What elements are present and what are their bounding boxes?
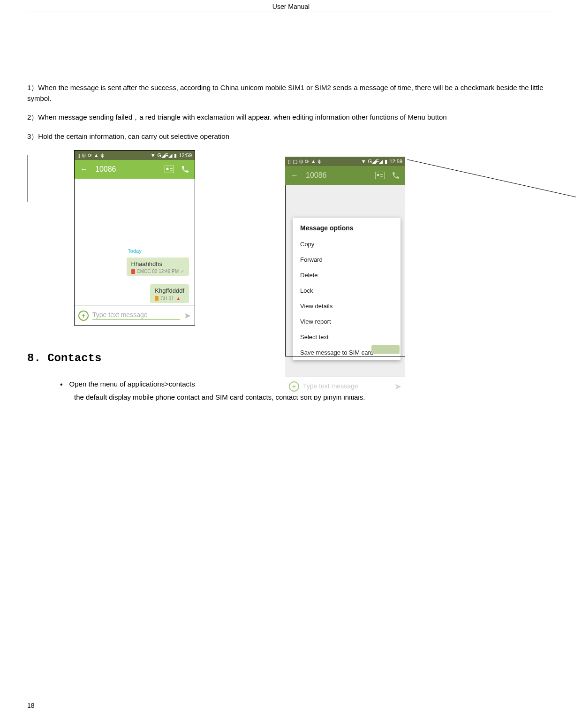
- option-view-details[interactable]: View details: [293, 298, 401, 314]
- paragraph-3: 3）Hold the certain information, can carr…: [27, 131, 555, 142]
- dialog-title: Message options: [293, 218, 401, 236]
- option-forward[interactable]: Forward: [293, 252, 401, 267]
- screenshots-row: ▯ ψ ⟳ ▲ ψ ▼ G◢E◢ ▮ 12:59 ← 10086: [27, 150, 555, 342]
- call-icon: [391, 171, 401, 180]
- message-thread[interactable]: Today Hhaahhdhs CMCC 02 12:49 PM ✓ Khgff…: [75, 179, 195, 305]
- sim-icon: ▯: [288, 159, 291, 165]
- sim-indicator-icon: [155, 296, 159, 301]
- sim-icon: ▯: [77, 152, 80, 159]
- message-meta: CU 01: [160, 296, 174, 301]
- message-input: Type text message: [303, 382, 391, 391]
- back-icon[interactable]: ←: [79, 165, 89, 174]
- send-button[interactable]: ➤: [184, 311, 191, 321]
- option-delete[interactable]: Delete: [293, 267, 401, 283]
- sim-indicator-icon: [131, 269, 135, 274]
- warning-icon: ▲: [94, 152, 99, 158]
- message-input[interactable]: Type text message: [92, 311, 180, 320]
- conversation-title: 10086: [306, 171, 369, 180]
- message-meta: CMCC 02 12:49 PM: [137, 269, 179, 274]
- svg-rect-7: [375, 172, 385, 179]
- message-text: Khgffddddf: [155, 287, 184, 294]
- bullet-icon: •: [60, 379, 63, 391]
- signal-text: G◢E◢: [368, 159, 383, 165]
- svg-point-8: [377, 174, 379, 176]
- option-view-report[interactable]: View report: [293, 314, 401, 329]
- message-options-dialog: Message options Copy Forward Delete Lock…: [293, 218, 401, 360]
- svg-rect-10: [380, 176, 383, 177]
- signal-text: G◢E◢: [158, 152, 173, 159]
- sent-check-icon: ✓: [181, 269, 184, 274]
- attach-button: +: [289, 381, 299, 392]
- svg-point-3: [166, 168, 169, 170]
- svg-rect-9: [380, 174, 383, 175]
- dialog-backdrop: Message options Copy Forward Delete Lock…: [285, 185, 405, 376]
- phone-2: ▯ ▢ ψ ⟳ ▲ ψ ▼ G◢E◢ ▮ 12:59 ←: [285, 157, 405, 396]
- message-bubble-1[interactable]: Hhaahhdhs CMCC 02 12:49 PM ✓: [127, 258, 189, 276]
- status-bar: ▯ ▢ ψ ⟳ ▲ ψ ▼ G◢E◢ ▮ 12:59: [285, 157, 405, 166]
- usb-icon: ψ: [299, 159, 303, 164]
- callout-line-right: [407, 159, 576, 206]
- paragraph-2: 2）When message sending failed，a red tria…: [27, 112, 555, 123]
- send-failed-icon: ▲: [176, 296, 181, 301]
- back-icon: ←: [290, 171, 299, 180]
- message-input-bar-dimmed: + Type text message ➤: [285, 376, 405, 396]
- screenshot-2-frame: ▯ ▢ ψ ⟳ ▲ ψ ▼ G◢E◢ ▮ 12:59 ←: [285, 157, 405, 396]
- send-button: ➤: [394, 381, 401, 392]
- sync-icon: ⟳: [305, 159, 309, 165]
- option-select-text[interactable]: Select text: [293, 329, 401, 345]
- usb-icon-2: ψ: [318, 159, 322, 164]
- usb-icon: ψ: [82, 152, 86, 158]
- svg-rect-2: [165, 166, 174, 173]
- status-time: 12:59: [389, 159, 402, 164]
- message-text: Hhaahhdhs: [131, 260, 184, 267]
- conversation-title: 10086: [95, 165, 158, 174]
- status-bar: ▯ ψ ⟳ ▲ ψ ▼ G◢E◢ ▮ 12:59: [75, 151, 195, 160]
- phone-1: ▯ ψ ⟳ ▲ ψ ▼ G◢E◢ ▮ 12:59 ← 10086: [75, 151, 195, 325]
- contact-card-icon[interactable]: [165, 165, 174, 174]
- attach-button[interactable]: +: [78, 311, 89, 321]
- wifi-icon: ▼: [361, 159, 366, 164]
- contact-card-icon: [375, 171, 385, 180]
- date-divider: Today: [75, 248, 195, 254]
- status-time: 12:59: [179, 152, 192, 158]
- wifi-icon: ▼: [151, 152, 156, 158]
- option-copy[interactable]: Copy: [293, 236, 401, 252]
- screenshot-1-frame: ▯ ψ ⟳ ▲ ψ ▼ G◢E◢ ▮ 12:59 ← 10086: [74, 150, 195, 326]
- call-icon[interactable]: [181, 165, 190, 174]
- app-icon: ▢: [293, 159, 297, 165]
- page-header-title: User Manual: [27, 0, 555, 12]
- message-input-bar: + Type text message ➤: [75, 305, 195, 325]
- svg-rect-4: [170, 168, 173, 169]
- battery-icon: ▮: [385, 159, 387, 165]
- option-lock[interactable]: Lock: [293, 283, 401, 298]
- warning-icon: ▲: [311, 159, 316, 164]
- dimmed-bubble: [371, 345, 400, 354]
- app-bar: ← 10086: [75, 160, 195, 179]
- svg-rect-5: [170, 170, 173, 171]
- sync-icon: ⟳: [88, 152, 92, 159]
- page-number: 18: [27, 702, 35, 709]
- app-bar-dimmed: ← 10086: [285, 166, 405, 185]
- battery-icon: ▮: [174, 152, 177, 159]
- message-bubble-2[interactable]: Khgffddddf CU 01 ▲: [150, 284, 189, 303]
- usb-icon-2: ψ: [101, 152, 105, 158]
- bullet-1-text: Open the menu of applications>contacts: [69, 379, 195, 391]
- svg-line-6: [407, 159, 576, 197]
- paragraph-1: 1）When the message is sent after the suc…: [27, 83, 555, 104]
